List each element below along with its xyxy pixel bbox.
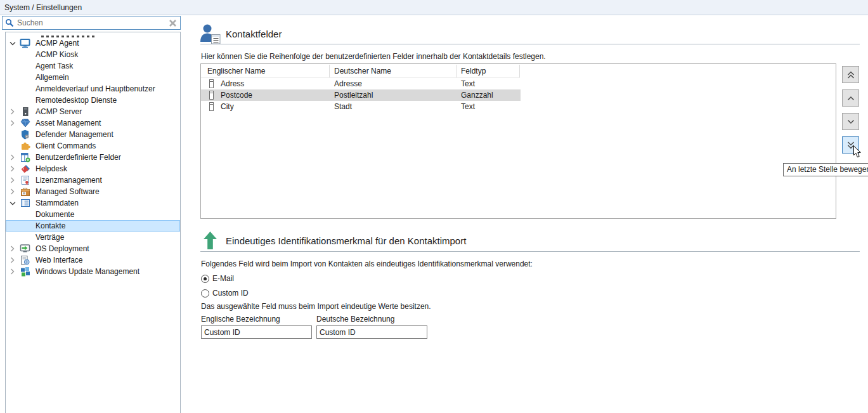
field-icon xyxy=(209,79,214,88)
chevron-right-icon[interactable] xyxy=(10,108,19,115)
column-header-german[interactable]: Deutscher Name xyxy=(334,67,391,75)
contact-fields-icon xyxy=(199,23,222,44)
windows-update-icon xyxy=(19,266,31,277)
tooltip: An letzte Stelle bewegen xyxy=(783,163,868,176)
sidebar-item-windows-update-management[interactable]: Windows Update Management xyxy=(6,266,180,277)
german-name-label: Deutsche Bezeichnung xyxy=(316,315,394,324)
chevron-right-icon[interactable] xyxy=(10,166,19,172)
list-icon xyxy=(19,199,31,207)
shield-gear-icon xyxy=(19,129,31,140)
english-name-label: Englische Bezeichnung xyxy=(201,315,280,324)
contact-fields-description: Hier können Sie die Reihenfolge der benu… xyxy=(201,52,546,61)
sidebar-item-allgemein[interactable]: Allgemein xyxy=(6,72,180,83)
server-icon xyxy=(19,107,31,117)
section-title-import-id: Eindeutiges Identifikationsmerkmal für d… xyxy=(226,235,466,246)
tree-item-clipped[interactable] xyxy=(6,33,180,37)
column-separator xyxy=(519,65,520,77)
license-icon xyxy=(19,175,31,185)
chevron-up-icon xyxy=(846,93,856,103)
search-icon xyxy=(5,18,14,27)
table-row[interactable]: Adress Adresse Text xyxy=(201,78,521,89)
english-name-field[interactable] xyxy=(201,325,312,339)
sidebar-item-helpdesk[interactable]: Helpdesk xyxy=(6,163,180,174)
clear-search-icon[interactable] xyxy=(167,18,178,28)
radio-label: Custom ID xyxy=(212,289,249,298)
gem-icon xyxy=(19,119,31,128)
sidebar-item-stammdaten[interactable]: Stammdaten xyxy=(6,197,180,209)
move-first-button[interactable] xyxy=(842,66,859,83)
chevron-right-icon[interactable] xyxy=(10,188,19,195)
section-divider xyxy=(200,251,860,252)
section-divider xyxy=(200,44,860,44)
sidebar-item-lizenzmanagement[interactable]: Lizenzmanagement xyxy=(6,174,180,186)
chevron-right-icon[interactable] xyxy=(10,120,19,126)
column-separator xyxy=(329,65,330,77)
sidebar-item-managed-software[interactable]: Managed Software xyxy=(6,186,180,197)
page-title: System / Einstellungen xyxy=(4,3,82,12)
double-chevron-up-icon xyxy=(846,70,856,80)
sidebar-item-agent-task[interactable]: Agent Task xyxy=(6,60,180,72)
green-up-arrow-icon xyxy=(203,231,217,250)
sidebar-item-remotedesktop[interactable]: Remotedesktop Dienste xyxy=(6,95,180,106)
column-header-english[interactable]: Englischer Name xyxy=(207,67,265,75)
sidebar-item-vertraege[interactable]: Verträge xyxy=(6,232,180,243)
puzzle-icon xyxy=(19,141,31,151)
chevron-right-icon[interactable] xyxy=(10,246,19,252)
radio-unselected-icon[interactable] xyxy=(201,289,209,298)
sidebar-item-defender-management[interactable]: Defender Management xyxy=(6,129,180,140)
mouse-cursor-icon xyxy=(853,145,862,159)
sidebar-item-acmp-server[interactable]: ACMP Server xyxy=(6,106,180,117)
chevron-right-icon[interactable] xyxy=(10,268,19,275)
sidebar-item-kontakte[interactable]: Kontakte xyxy=(6,220,180,232)
table-row[interactable]: City Stadt Text xyxy=(201,101,521,112)
chevron-down-icon xyxy=(846,117,856,127)
web-page-globe-icon xyxy=(19,255,31,265)
section-title-kontaktfelder: Kontaktfelder xyxy=(226,29,282,39)
table-row-selected[interactable]: Postcode Postleitzahl Ganzzahl xyxy=(201,89,521,101)
chevron-right-icon[interactable] xyxy=(10,154,19,161)
move-up-button[interactable] xyxy=(842,89,859,107)
column-header-type[interactable]: Feldtyp xyxy=(461,67,486,75)
monitor-icon xyxy=(19,38,31,48)
radio-selected-icon[interactable] xyxy=(201,275,209,283)
sidebar-item-benutzerdefinierte-felder[interactable]: Benutzerdefinierte Felder xyxy=(6,152,180,163)
sidebar-item-acmp-agent[interactable]: ACMP Agent xyxy=(6,37,180,49)
chevron-down-icon[interactable] xyxy=(10,200,19,206)
sidebar-item-asset-management[interactable]: Asset Management xyxy=(6,117,180,129)
sidebar-item-client-commands[interactable]: Client Commands xyxy=(6,140,180,152)
german-name-field[interactable] xyxy=(316,325,427,339)
import-id-note: Das ausgewählte Feld muss beim Import ei… xyxy=(201,302,431,311)
sidebar-item-os-deployment[interactable]: OS Deployment xyxy=(6,243,180,254)
radio-custom-id[interactable]: Custom ID xyxy=(201,289,249,298)
software-box-icon xyxy=(19,187,31,197)
sidebar-item-acmp-kiosk[interactable]: ACMP Kiosk xyxy=(6,49,180,60)
chevron-right-icon[interactable] xyxy=(10,177,19,183)
move-down-button[interactable] xyxy=(842,113,859,130)
contact-fields-table: Englischer Name Deutscher Name Feldtyp A… xyxy=(200,63,836,219)
chevron-down-icon[interactable] xyxy=(10,41,19,46)
radio-email[interactable]: E-Mail xyxy=(201,274,234,283)
column-separator xyxy=(456,65,457,77)
sidebar-item-dokumente[interactable]: Dokumente xyxy=(6,209,180,220)
search-input[interactable] xyxy=(16,18,167,28)
chevron-right-icon[interactable] xyxy=(10,257,19,263)
sidebar-item-web-interface[interactable]: Web Interface xyxy=(6,254,180,266)
search-box[interactable] xyxy=(2,16,181,30)
settings-nav-tree: ACMP Agent ACMP Kiosk Agent Task Allgeme… xyxy=(5,32,181,413)
field-icon xyxy=(209,91,214,100)
tags-icon xyxy=(19,164,31,174)
window-titlebar: System / Einstellungen xyxy=(0,0,868,15)
table-header-row: Englischer Name Deutscher Name Feldtyp xyxy=(201,64,836,78)
radio-label: E-Mail xyxy=(212,274,234,283)
import-id-intro: Folgendes Feld wird beim Import von Kont… xyxy=(201,259,533,268)
sidebar-item-anmeldeverlauf[interactable]: Anmeldeverlauf und Hauptbenutzer xyxy=(6,83,180,95)
field-icon xyxy=(209,102,214,111)
clipped-text-fragment xyxy=(41,36,97,37)
os-deployment-icon xyxy=(19,244,31,254)
custom-fields-icon xyxy=(19,152,31,162)
